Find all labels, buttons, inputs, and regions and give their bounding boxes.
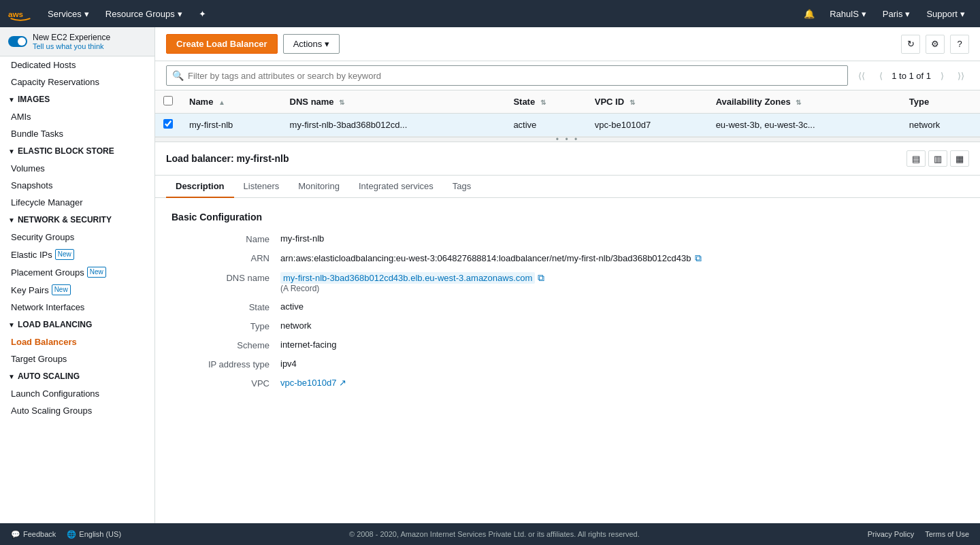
- sidebar-section-auto-scaling[interactable]: ▼ AUTO SCALING: [0, 367, 154, 385]
- network-section-label: NETWORK & SECURITY: [18, 215, 112, 225]
- nav-services[interactable]: Services ▾: [41, 0, 96, 27]
- nav-region-label: Paris: [883, 9, 903, 19]
- pag-prev[interactable]: ⟨: [872, 67, 889, 84]
- sidebar-item-bundle-tasks[interactable]: Bundle Tasks: [0, 125, 154, 142]
- nav-bookmark[interactable]: ✦: [192, 0, 213, 27]
- create-lb-button[interactable]: Create Load Balancer: [166, 34, 278, 54]
- select-all-checkbox[interactable]: [163, 96, 173, 105]
- sidebar-item-placement-groups[interactable]: Placement Groups New: [0, 263, 154, 281]
- sidebar-item-elastic-ips[interactable]: Elastic IPs New: [0, 246, 154, 263]
- nav-user-label: RahulS: [830, 9, 859, 19]
- pag-next[interactable]: ⟩: [934, 67, 950, 84]
- images-section-label: IMAGES: [18, 95, 50, 104]
- sidebar-section-network[interactable]: ▼ NETWORK & SECURITY: [0, 211, 154, 229]
- sidebar-item-security-groups[interactable]: Security Groups: [0, 229, 154, 246]
- copy-icon[interactable]: ⧉: [695, 252, 702, 264]
- view-btn-2[interactable]: ▥: [928, 150, 947, 167]
- pag-last[interactable]: ⟩⟩: [953, 67, 969, 84]
- sidebar-item-target-groups[interactable]: Target Groups: [0, 350, 154, 367]
- section-title: Basic Configuration: [172, 212, 964, 222]
- toolbar: Create Load Balancer Actions ▾ ↻ ⚙ ?: [155, 27, 980, 61]
- th-az: Availability Zones ⇅: [708, 90, 901, 114]
- svg-text:aws: aws: [8, 10, 24, 18]
- sidebar-item-dedicated-hosts[interactable]: Dedicated Hosts: [0, 56, 154, 73]
- nav-region[interactable]: Paris ▾: [876, 0, 917, 27]
- nav-bell[interactable]: 🔔: [798, 0, 820, 27]
- row-state: active: [505, 114, 586, 137]
- tab-description[interactable]: Description: [166, 176, 234, 198]
- table-row[interactable]: my-first-nlb my-first-nlb-3bad368b012cd.…: [155, 114, 980, 137]
- ebs-section-label: ELASTIC BLOCK STORE: [18, 146, 114, 156]
- actions-button[interactable]: Actions ▾: [283, 34, 340, 54]
- sidebar-item-load-balancers[interactable]: Load Balancers: [0, 333, 154, 350]
- view-btn-3[interactable]: ▦: [950, 150, 969, 167]
- sidebar-section-ebs[interactable]: ▼ ELASTIC BLOCK STORE: [0, 142, 154, 160]
- load-balancer-table: Name ▲ DNS name ⇅ State ⇅ VPC ID ⇅: [155, 90, 980, 137]
- resize-handle[interactable]: • • •: [155, 137, 980, 142]
- key-pairs-badge: New: [52, 284, 71, 295]
- sidebar-item-volumes[interactable]: Volumes: [0, 160, 154, 177]
- tab-integrated-services[interactable]: Integrated services: [349, 176, 443, 198]
- bell-icon: 🔔: [804, 9, 815, 19]
- sidebar-item-capacity-reservations[interactable]: Capacity Reservations: [0, 73, 154, 90]
- dns-copy-icon[interactable]: ⧉: [538, 272, 544, 283]
- tab-tags[interactable]: Tags: [443, 176, 480, 198]
- tab-listeners[interactable]: Listeners: [234, 176, 289, 198]
- field-row-state: State active: [172, 301, 964, 312]
- refresh-icon: ↻: [907, 39, 915, 49]
- help-button[interactable]: ?: [950, 35, 969, 54]
- auto-scaling-section-label: AUTO SCALING: [18, 371, 80, 381]
- new-exp-banner: New EC2 Experience Tell us what you thin…: [0, 27, 154, 56]
- sidebar-item-snapshots[interactable]: Snapshots: [0, 177, 154, 194]
- detail-tabs: DescriptionListenersMonitoringIntegrated…: [155, 176, 980, 198]
- pag-text: 1 to 1 of 1: [892, 71, 931, 81]
- tab-monitoring[interactable]: Monitoring: [289, 176, 349, 198]
- settings-button[interactable]: ⚙: [926, 35, 945, 54]
- field-label: Scheme: [172, 340, 280, 350]
- search-input[interactable]: [188, 71, 842, 81]
- view-btn-1[interactable]: ▤: [906, 150, 926, 167]
- detail-header: Load balancer: my-first-nlb ▤ ▥ ▦: [155, 142, 980, 176]
- sidebar-item-auto-scaling-groups[interactable]: Auto Scaling Groups: [0, 402, 154, 419]
- row-checkbox[interactable]: [163, 119, 173, 129]
- state-sort-icon: ⇅: [540, 99, 546, 106]
- field-value-text: my-first-nlb: [280, 233, 324, 244]
- field-label: State: [172, 301, 280, 312]
- nav-support-label: Support: [926, 9, 958, 19]
- field-value: my-first-nlb-3bad368b012cd43b.elb.eu-wes…: [280, 272, 544, 293]
- field-value: network: [280, 320, 312, 331]
- sidebar-item-network-interfaces[interactable]: Network Interfaces: [0, 299, 154, 316]
- field-row-name: Name my-first-nlb: [172, 233, 964, 244]
- nav-resource-groups[interactable]: Resource Groups ▾: [99, 0, 189, 27]
- nav-user[interactable]: RahulS ▾: [823, 0, 873, 27]
- field-row-arn: ARN arn:aws:elasticloadbalancing:eu-west…: [172, 252, 964, 264]
- sidebar-section-lb[interactable]: ▼ LOAD BALANCING: [0, 316, 154, 333]
- field-value: internet-facing: [280, 340, 336, 350]
- sidebar-item-key-pairs[interactable]: Key Pairs New: [0, 281, 154, 299]
- vpc-sort-icon: ⇅: [630, 99, 635, 106]
- auto-scaling-chevron: ▼: [8, 373, 15, 380]
- sidebar-section-images[interactable]: ▼ IMAGES: [0, 90, 154, 108]
- vpc-link[interactable]: vpc-be1010d7 ↗: [280, 378, 346, 388]
- a-record-label: (A Record): [280, 284, 544, 293]
- nav-services-chevron: ▾: [84, 9, 89, 19]
- th-state: State ⇅: [505, 90, 586, 114]
- main-content: Create Load Balancer Actions ▾ ↻ ⚙ ?: [155, 27, 980, 523]
- az-sort-icon: ⇅: [796, 99, 801, 106]
- sidebar-item-amis[interactable]: AMIs: [0, 108, 154, 125]
- network-chevron: ▼: [8, 216, 15, 224]
- actions-label: Actions: [293, 39, 323, 49]
- field-label: Name: [172, 233, 280, 244]
- pag-first[interactable]: ⟨⟨: [853, 67, 870, 84]
- sidebar-item-lifecycle-manager[interactable]: Lifecycle Manager: [0, 194, 154, 211]
- dns-value[interactable]: my-first-nlb-3bad368b012cd43b.elb.eu-wes…: [280, 272, 535, 284]
- new-exp-link[interactable]: Tell us what you think: [33, 42, 110, 50]
- new-exp-toggle[interactable]: [8, 36, 27, 47]
- aws-logo: aws: [8, 5, 33, 22]
- refresh-button[interactable]: ↻: [901, 35, 920, 54]
- field-value-text: internet-facing: [280, 340, 336, 350]
- sidebar-item-launch-configurations[interactable]: Launch Configurations: [0, 385, 154, 402]
- help-icon: ?: [957, 39, 962, 49]
- nav-support[interactable]: Support ▾: [919, 0, 972, 27]
- top-nav: aws Services ▾ Resource Groups ▾ ✦ 🔔 Rah…: [0, 0, 980, 27]
